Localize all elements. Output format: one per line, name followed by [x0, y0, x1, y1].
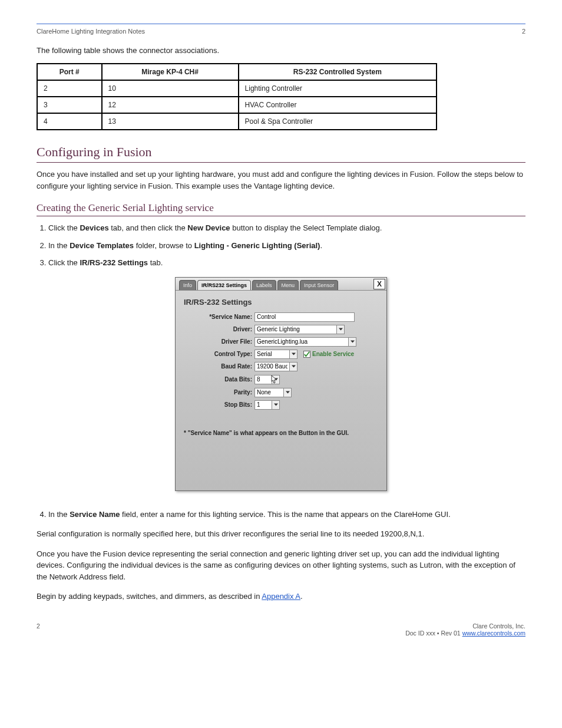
table-cell: 12: [102, 97, 239, 113]
enable-service-label: Enable Service: [312, 351, 354, 357]
table-cell: 13: [102, 113, 239, 130]
form-label: Baud Rate:: [184, 363, 254, 370]
form-label: *Service Name:: [184, 314, 254, 320]
step-4: In the Service Name field, enter a name …: [48, 509, 525, 521]
list-item: Click the IR/RS-232 Settings tab.: [48, 257, 525, 269]
dialog-footnote: * "Service Name" is what appears on the …: [184, 430, 378, 436]
form-input[interactable]: [254, 388, 284, 397]
serial-note: Serial configuration is normally specifi…: [37, 528, 525, 540]
tab-input-sensor[interactable]: Input Sensor: [300, 280, 338, 290]
form-row: Baud Rate:: [184, 362, 378, 371]
form-row: Parity:: [184, 388, 378, 397]
form-row: Stop Bits:: [184, 400, 378, 410]
table-cell: Lighting Controller: [239, 80, 437, 97]
list-item: In the Device Templates folder, browse t…: [48, 240, 525, 252]
footer-rev: Doc ID xxx • Rev 01: [405, 630, 462, 637]
section-intro: Once you have installed and set up your …: [37, 169, 525, 192]
table-row: 210Lighting Controller: [37, 80, 437, 97]
svg-marker-3: [292, 365, 296, 368]
post-para-2: Begin by adding keypads, switches, and d…: [37, 591, 525, 602]
dialog-title: IR/RS-232 Settings: [184, 298, 378, 307]
form-row: Driver:: [184, 325, 378, 334]
post-para-1: Once you have the Fusion device represen…: [37, 548, 525, 583]
form-row: Data Bits:: [184, 374, 378, 385]
svg-marker-0: [339, 328, 343, 331]
table-header: RS-232 Controlled System: [239, 64, 437, 80]
dropdown-button[interactable]: [348, 337, 356, 347]
form-input[interactable]: [254, 350, 290, 359]
form-label: Data Bits:: [184, 376, 254, 383]
check-icon: [303, 351, 310, 358]
enable-service-checkbox[interactable]: Enable Service: [303, 351, 354, 358]
table-cell: 2: [37, 80, 102, 97]
table-cell: Pool & Spa Controller: [239, 113, 437, 130]
form-label: Driver:: [184, 326, 254, 332]
table-row: 312HVAC Controller: [37, 97, 437, 113]
footer-company: Clare Controls, Inc.: [405, 622, 525, 630]
page-footer: 2 Clare Controls, Inc. Doc ID xxx • Rev …: [37, 618, 525, 637]
form-row: *Service Name:: [184, 312, 378, 322]
table-row: 413Pool & Spa Controller: [37, 113, 437, 130]
tab-labels[interactable]: Labels: [252, 280, 276, 290]
footer-page: 2: [37, 622, 40, 637]
table-cell: HVAC Controller: [239, 97, 437, 113]
doc-title: ClareHome Lighting Integration Notes: [37, 28, 145, 35]
tab-ir-rs232-settings[interactable]: IR/RS232 Settings: [197, 280, 251, 290]
dropdown-button[interactable]: [272, 400, 280, 410]
table-cell: 4: [37, 113, 102, 130]
dropdown-button[interactable]: [289, 350, 297, 359]
form-label: Stop Bits:: [184, 401, 254, 408]
tab-menu[interactable]: Menu: [277, 280, 299, 290]
table-cell: 10: [102, 80, 239, 97]
page-number-top: 2: [522, 28, 525, 35]
steps-list-cont: In the Service Name field, enter a name …: [48, 509, 525, 521]
dropdown-button[interactable]: [289, 362, 297, 371]
form-input[interactable]: [254, 312, 355, 322]
form-input[interactable]: [254, 325, 337, 334]
subsection-title: Creating the Generic Serial Lighting ser…: [37, 202, 525, 216]
form-row: Control Type:Enable Service: [184, 350, 378, 359]
form-input[interactable]: [254, 400, 272, 410]
dropdown-button[interactable]: [336, 325, 345, 334]
table-cell: 3: [37, 97, 102, 113]
cursor-icon: [269, 375, 277, 386]
table-header: Mirage KP-4 CH#: [102, 64, 239, 80]
footer-link[interactable]: www.clarecontrols.com: [462, 630, 525, 637]
svg-marker-2: [292, 353, 296, 355]
form-label: Parity:: [184, 389, 254, 396]
list-item: Click the Devices tab, and then click th…: [48, 222, 525, 234]
svg-marker-5: [286, 391, 290, 394]
settings-dialog: X InfoIR/RS232 SettingsLabelsMenuInput S…: [175, 277, 387, 491]
section-title: Configuring in Fusion: [37, 144, 525, 163]
tab-info[interactable]: Info: [179, 280, 196, 290]
form-input[interactable]: [254, 362, 290, 371]
connector-table: Port #Mirage KP-4 CH#RS-232 Controlled S…: [37, 63, 437, 130]
form-label: Driver File:: [184, 338, 254, 345]
form-row: Driver File:: [184, 337, 378, 347]
dropdown-button[interactable]: [283, 388, 292, 397]
steps-list: Click the Devices tab, and then click th…: [48, 222, 525, 269]
svg-marker-1: [351, 341, 355, 343]
form-input[interactable]: [254, 337, 349, 347]
intro-text: The following table shows the connector …: [37, 45, 525, 56]
table-header: Port #: [37, 64, 102, 80]
form-label: Control Type:: [184, 351, 254, 357]
close-button[interactable]: X: [373, 279, 385, 289]
appendix-link[interactable]: Appendix A: [262, 592, 300, 601]
svg-marker-6: [274, 404, 278, 406]
